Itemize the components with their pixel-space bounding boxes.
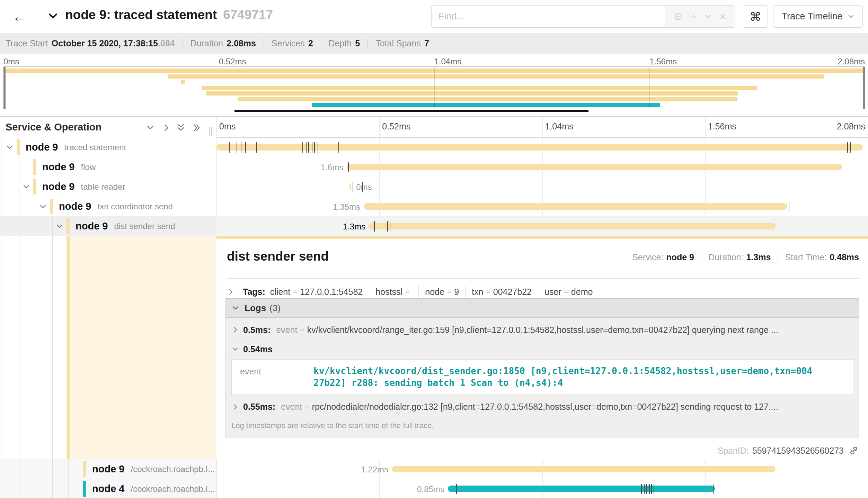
summary-value: October 15 2020, 17:38:15	[52, 38, 158, 48]
chevron-right-icon	[231, 326, 239, 334]
expand-children-chevron-icon[interactable]	[6, 143, 14, 153]
minimap-tick-label: 0ms	[3, 57, 19, 66]
minimap-tick-label: 2.08ms	[838, 57, 865, 66]
find-input[interactable]	[432, 6, 665, 27]
span-bar[interactable]	[392, 466, 776, 472]
span-row-timeline[interactable]	[216, 137, 868, 157]
minimap-right-scrubber[interactable]	[863, 67, 865, 109]
span-bar[interactable]	[347, 164, 842, 170]
expand-all-icon[interactable]	[192, 123, 202, 133]
tag-equals: =	[564, 288, 568, 296]
span-row-timeline[interactable]: 1.3ms	[216, 216, 868, 236]
minimap-scrollbar[interactable]	[234, 110, 588, 112]
span-bar[interactable]	[448, 486, 715, 492]
span-row-timeline[interactable]: 1.22ms	[216, 459, 868, 479]
log-marker	[713, 484, 714, 494]
span-row-name[interactable]: node 9traced statement	[0, 137, 216, 157]
span-row-timeline[interactable]: 1.6ms	[216, 157, 868, 177]
service-name: node 9	[92, 463, 124, 475]
tag-value: 127.0.0.1:54582	[300, 287, 363, 297]
locate-icon[interactable]	[673, 11, 683, 22]
span-detail-title: dist sender send	[227, 249, 329, 264]
back-button[interactable]: ←	[0, 0, 39, 33]
span-row-name[interactable]: node 9table reader	[0, 177, 216, 197]
log-marker	[338, 142, 339, 153]
trace-view-dropdown[interactable]: Trace Timeline	[773, 5, 863, 28]
summary-value: 2	[308, 38, 313, 48]
detail-row-name-column	[0, 236, 216, 459]
log-field-key: event	[276, 325, 297, 335]
stat-label: Start Time:	[785, 252, 827, 262]
span-bar[interactable]	[369, 223, 776, 229]
expand-one-icon[interactable]	[161, 123, 171, 133]
log-marker	[348, 162, 349, 172]
log-marker	[646, 484, 647, 494]
log-marker	[312, 142, 312, 153]
operation-name: table reader	[81, 182, 125, 192]
log-entry-detail: eventkv/kvclient/kvcoord/dist_sender.go:…	[231, 359, 853, 395]
keyboard-shortcuts-button[interactable]: ⌘	[743, 5, 768, 28]
span-color-bar	[67, 236, 70, 459]
span-row-name[interactable]: node 9dist sender send	[0, 216, 216, 236]
span-row-name[interactable]: node 9flow	[0, 157, 216, 177]
log-marker	[318, 142, 318, 153]
span-color-bar	[50, 199, 53, 214]
trace-minimap[interactable]: 0ms0.52ms1.04ms1.56ms2.08ms	[0, 54, 868, 117]
back-arrow-icon: ←	[12, 8, 27, 25]
operation-name: dist sender send	[114, 221, 175, 231]
service-name: node 4	[92, 483, 124, 495]
span-row-name[interactable]: node 4/cockroach.roachpb.I...	[0, 479, 216, 498]
span-duration-label: 0.85ms	[417, 485, 444, 494]
column-resizer[interactable]	[209, 127, 213, 136]
tag-equals: =	[486, 288, 490, 296]
span-bar[interactable]	[349, 183, 352, 190]
service-name: node 9	[59, 201, 91, 212]
log-marker	[789, 201, 789, 212]
next-match-icon[interactable]	[704, 12, 713, 21]
span-row-timeline[interactable]: 0.85ms	[216, 479, 868, 498]
minimap-span	[202, 86, 757, 90]
expand-children-chevron-icon[interactable]	[39, 202, 47, 212]
span-color-fill	[70, 236, 216, 459]
stat-label: Duration:	[708, 252, 743, 262]
timeline-tick-label: 0.52ms	[382, 121, 410, 132]
expand-children-chevron-icon[interactable]	[55, 222, 64, 232]
logs-count: (3)	[269, 303, 281, 314]
log-marker	[241, 142, 241, 153]
log-entry[interactable]: 0.55ms:event=rpc/nodedialer/nodedialer.g…	[226, 398, 859, 416]
tag-value: demo	[571, 287, 593, 297]
prev-match-icon[interactable]	[689, 12, 698, 21]
collapse-all-icon[interactable]	[176, 123, 186, 133]
minimap-tick-label: 1.04ms	[434, 57, 462, 66]
log-timestamp: 0.54ms	[243, 344, 273, 354]
span-row-timeline[interactable]: 1.35ms	[216, 197, 868, 216]
expand-children-chevron-icon[interactable]	[22, 183, 30, 192]
logs-header[interactable]: Logs (3)	[226, 299, 859, 318]
collapse-trace-chevron-icon[interactable]	[47, 10, 59, 24]
span-bar[interactable]	[216, 144, 863, 151]
span-color-bar	[67, 218, 70, 234]
span-duration-label: 1.22ms	[361, 465, 388, 474]
operation-name: /cockroach.roachpb.I...	[131, 464, 215, 474]
span-row-name[interactable]: node 9txn coordinator send	[0, 197, 216, 216]
log-entry[interactable]: 0.5ms:event=kv/kvclient/kvcoord/range_it…	[226, 320, 859, 339]
log-marker	[362, 182, 363, 192]
span-duration-label: 1.3ms	[343, 222, 365, 232]
tags-row[interactable]: Tags:client=127.0.0.1:54582hostssl=node=…	[227, 284, 593, 300]
span-id-label: SpanID:	[717, 446, 749, 456]
span-detail-stats: Service:node 9Duration:1.3msStart Time:0…	[632, 252, 859, 262]
log-marker	[245, 142, 246, 153]
span-duration-label: 1.6ms	[321, 163, 343, 172]
find-bar	[431, 5, 735, 28]
collapse-one-icon[interactable]	[145, 123, 155, 133]
deep-link-icon[interactable]	[849, 445, 859, 456]
span-row-timeline[interactable]: 0ms	[216, 177, 868, 197]
minimap-canvas[interactable]	[3, 66, 865, 109]
log-entry-expanded-header[interactable]: 0.54ms	[226, 341, 859, 357]
span-row-name[interactable]: node 9/cockroach.roachpb.I...	[0, 459, 216, 479]
separator	[183, 38, 183, 49]
minimap-left-scrubber[interactable]	[3, 67, 6, 109]
stat-value: 1.3ms	[746, 252, 771, 262]
clear-search-icon[interactable]	[718, 12, 727, 21]
span-bar[interactable]	[364, 203, 787, 210]
